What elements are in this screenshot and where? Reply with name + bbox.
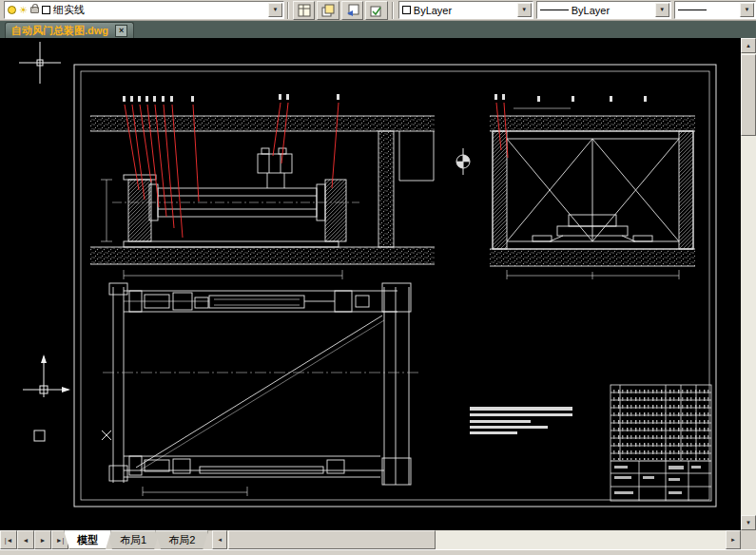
sheet-tab-model[interactable]: 模型 xyxy=(64,530,111,549)
layer-previous-icon xyxy=(345,3,360,18)
sheet-tab-label: 模型 xyxy=(77,533,98,547)
make-layer-current-icon xyxy=(320,3,336,18)
balloon-number-marks xyxy=(123,94,339,102)
dropdown-arrow-icon[interactable]: ▼ xyxy=(268,3,282,17)
scroll-right-button[interactable]: ► xyxy=(726,530,741,549)
prev-tab-icon: ◄ xyxy=(23,537,29,544)
top-toolbar: ☀ 细实线 ▼ ByLayer ▼ ByLayer ▼ xyxy=(0,0,756,21)
layer-properties-button[interactable] xyxy=(293,1,315,20)
toolbar-separator xyxy=(392,2,394,19)
last-tab-icon: ►| xyxy=(56,537,65,544)
tab-nav-first-button[interactable]: |◄ xyxy=(0,530,17,549)
current-color-swatch xyxy=(402,6,411,14)
tab-nav-next-button[interactable]: ► xyxy=(34,530,51,549)
status-strip xyxy=(0,549,756,555)
drawing-svg xyxy=(0,38,741,530)
linetype-control-dropdown[interactable]: ByLayer ▼ xyxy=(536,1,671,19)
layer-states-button[interactable] xyxy=(365,1,387,20)
left-arrow-icon: ◄ xyxy=(217,537,223,543)
layer-properties-icon xyxy=(297,3,312,18)
drawing-canvas[interactable] xyxy=(0,38,741,530)
horizontal-scroll-thumb[interactable] xyxy=(228,530,436,549)
vertical-scroll-thumb[interactable] xyxy=(741,54,756,136)
application-window: ☀ 细实线 ▼ ByLayer ▼ ByLayer ▼ xyxy=(0,0,756,555)
linetype-value: ByLayer xyxy=(572,5,610,16)
section-symbol xyxy=(456,148,470,175)
sheet-tab-bar: |◄ ◄ ► ►| 模型 布局1 布局2 ◄ ► xyxy=(0,530,756,549)
plan-view xyxy=(103,283,418,496)
linetype-sample-icon xyxy=(540,10,569,10)
title-block-text-marks xyxy=(614,466,701,494)
side-number-marks xyxy=(494,94,647,102)
tab-nav-prev-button[interactable]: ◄ xyxy=(17,530,34,549)
document-tab[interactable]: 自动风门总装图.dwg × xyxy=(5,22,134,38)
layer-states-icon xyxy=(369,3,384,18)
side-view xyxy=(490,108,695,279)
layer-name: 细实线 xyxy=(53,3,85,17)
layer-previous-button[interactable] xyxy=(341,1,363,20)
lineweight-sample-icon xyxy=(678,10,707,10)
color-control-dropdown[interactable]: ByLayer ▼ xyxy=(398,1,533,19)
blip-cross-marker xyxy=(102,431,111,440)
down-arrow-icon: ▼ xyxy=(746,520,751,526)
scroll-left-button[interactable]: ◄ xyxy=(212,530,227,549)
close-tab-icon[interactable]: × xyxy=(115,25,127,37)
vertical-scrollbar[interactable]: ▲ ▼ xyxy=(741,38,756,530)
sheet-tab-layout2[interactable]: 布局2 xyxy=(155,530,208,549)
layer-lock-icon[interactable] xyxy=(30,7,39,13)
pickbox-marker xyxy=(34,431,45,441)
sheet-tab-layout1[interactable]: 布局1 xyxy=(107,530,160,549)
up-arrow-icon: ▲ xyxy=(746,43,751,48)
front-view xyxy=(90,116,435,279)
color-value: ByLayer xyxy=(414,5,452,16)
right-arrow-icon: ► xyxy=(730,537,736,543)
make-object-layer-current-button[interactable] xyxy=(317,1,339,20)
crosshair-cursor xyxy=(19,42,61,84)
schedule-bars xyxy=(470,407,572,434)
title-block xyxy=(611,385,711,501)
scroll-down-button[interactable]: ▼ xyxy=(741,515,756,530)
document-tab-bar: 自动风门总装图.dwg × xyxy=(0,21,756,38)
layer-color-swatch xyxy=(42,6,50,14)
dropdown-arrow-icon[interactable]: ▼ xyxy=(517,3,532,17)
lineweight-control-dropdown[interactable]: ▼ xyxy=(674,1,756,19)
scrollbar-corner xyxy=(741,530,756,549)
document-tab-title: 自动风门总装图.dwg xyxy=(11,24,108,38)
scroll-up-button[interactable]: ▲ xyxy=(741,38,756,53)
next-tab-icon: ► xyxy=(40,537,47,544)
ucs-icon xyxy=(23,354,70,397)
layer-thaw-sun-icon[interactable]: ☀ xyxy=(19,6,28,15)
layer-control-dropdown[interactable]: ☀ 细实线 ▼ xyxy=(4,1,284,19)
toolbar-separator xyxy=(287,2,289,19)
horizontal-scrollbar[interactable]: ◄ ► xyxy=(212,530,741,549)
sheet-tab-label: 布局1 xyxy=(120,533,146,547)
dropdown-arrow-icon[interactable]: ▼ xyxy=(740,3,754,17)
first-tab-icon: |◄ xyxy=(5,537,13,544)
sheet-tab-label: 布局2 xyxy=(168,533,195,547)
layer-on-bulb-icon[interactable] xyxy=(8,6,16,14)
dropdown-arrow-icon[interactable]: ▼ xyxy=(655,3,669,17)
